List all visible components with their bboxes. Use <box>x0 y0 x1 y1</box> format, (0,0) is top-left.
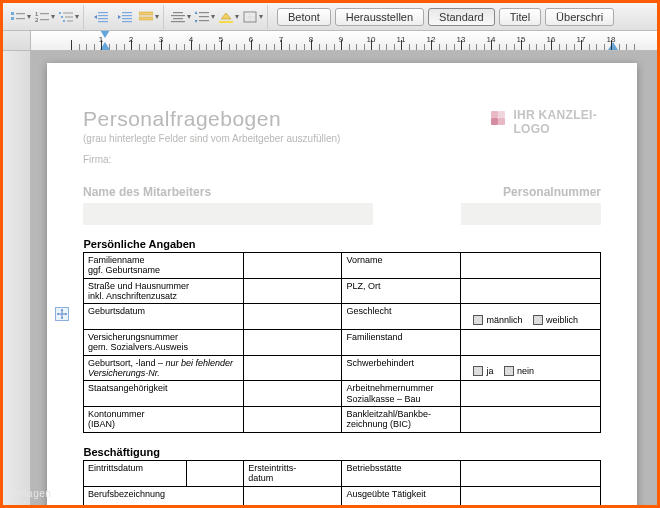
table-row: Eintrittsdatum Ersteintritts-datum Betri… <box>84 460 601 486</box>
svg-rect-2 <box>11 17 14 20</box>
svg-rect-14 <box>98 12 108 13</box>
svg-rect-8 <box>59 12 61 14</box>
svg-rect-30 <box>199 12 209 13</box>
vertical-ruler[interactable] <box>3 51 31 505</box>
svg-rect-1 <box>16 13 25 14</box>
align-group: ▾ ▾ ▾ ▾ <box>167 5 268 29</box>
table-row: Geburtsdatum Geschlecht männlich weiblic… <box>84 304 601 330</box>
personal-data-table[interactable]: Persönliche Angaben Familiennameggf. Geb… <box>83 235 601 433</box>
personnel-number-label: Personalnummer <box>503 185 601 199</box>
options-button[interactable]: ▾ <box>138 7 160 27</box>
document-canvas: IHR KANZLEI-LOGO Personalfragebogen (gra… <box>31 51 657 505</box>
svg-rect-22 <box>122 21 132 22</box>
svg-marker-39 <box>61 309 63 311</box>
svg-rect-17 <box>98 21 108 22</box>
table-row: Straße und Hausnummerinkl. Anschriftenzu… <box>84 278 601 304</box>
indent-group: ▾ <box>87 5 164 29</box>
svg-marker-18 <box>94 15 97 19</box>
svg-rect-10 <box>61 16 63 18</box>
svg-rect-25 <box>139 17 153 20</box>
svg-marker-23 <box>118 15 121 19</box>
svg-rect-11 <box>65 16 73 17</box>
svg-rect-9 <box>63 12 73 13</box>
table-row: Staatsangehörigkeit ArbeitnehmernummerSo… <box>84 381 601 407</box>
svg-marker-33 <box>195 11 198 14</box>
svg-rect-26 <box>173 12 183 13</box>
fill-color-button[interactable]: ▾ <box>218 7 240 27</box>
table-row: Versicherungsnummergem. Sozialvers.Auswe… <box>84 330 601 356</box>
style-herausstellen[interactable]: Herausstellen <box>335 8 424 26</box>
styles-gallery: Betont Herausstellen Standard Titel Über… <box>271 8 614 26</box>
personnel-number-field[interactable] <box>461 203 601 225</box>
svg-rect-19 <box>122 12 132 13</box>
employment-table[interactable]: Beschäftigung Eintrittsdatum Ersteintrit… <box>83 443 601 505</box>
formatting-toolbar: ▾ 12▾ ▾ ▾ ▾ ▾ ▾ ▾ Betont Herausstellen S… <box>3 3 657 31</box>
svg-rect-7 <box>40 19 49 20</box>
svg-rect-20 <box>122 15 132 16</box>
svg-marker-41 <box>57 313 59 315</box>
watermark: vorlagen <box>9 488 51 499</box>
svg-rect-29 <box>171 21 185 22</box>
list-group: ▾ 12▾ ▾ <box>7 5 84 29</box>
svg-rect-35 <box>219 21 233 23</box>
checkbox-female[interactable]: weiblich <box>533 315 578 325</box>
style-uberschrift[interactable]: Überschri <box>545 8 614 26</box>
increase-indent-button[interactable] <box>114 7 136 27</box>
borders-button[interactable]: ▾ <box>242 7 264 27</box>
style-titel[interactable]: Titel <box>499 8 541 26</box>
table-row: Familiennameggf. Geburtsname Vorname <box>84 253 601 279</box>
section-heading-employment: Beschäftigung <box>84 443 601 461</box>
table-row: Berufsbezeichnung Ausgeübte Tätigkeit <box>84 486 601 505</box>
checkbox-disabled-yes[interactable]: ja <box>473 366 493 376</box>
page[interactable]: IHR KANZLEI-LOGO Personalfragebogen (gra… <box>47 63 637 505</box>
style-standard[interactable]: Standard <box>428 8 495 26</box>
employee-name-label: Name des Mitarbeiters <box>83 185 211 199</box>
section-heading-personal: Persönliche Angaben <box>84 235 601 253</box>
table-anchor-handle[interactable] <box>55 307 69 321</box>
table-row: Kontonummer(IBAN) Bankleitzahl/Bankbe-ze… <box>84 407 601 433</box>
svg-marker-34 <box>195 20 198 23</box>
ruler-corner <box>3 31 31 51</box>
placeholder-logo: IHR KANZLEI-LOGO <box>491 109 597 137</box>
horizontal-ruler[interactable]: 123456789101112131415161718 <box>31 31 657 51</box>
svg-rect-31 <box>199 16 209 17</box>
numbered-list-button[interactable]: 12▾ <box>34 7 56 27</box>
style-betont[interactable]: Betont <box>277 8 331 26</box>
table-row: Geburtsort, -land – nur bei fehlender Ve… <box>84 355 601 381</box>
svg-marker-42 <box>65 313 67 315</box>
line-spacing-button[interactable]: ▾ <box>194 7 216 27</box>
svg-rect-28 <box>173 18 183 19</box>
svg-rect-13 <box>67 20 73 21</box>
svg-rect-12 <box>63 20 65 22</box>
svg-rect-16 <box>98 18 108 19</box>
svg-rect-0 <box>11 12 14 15</box>
employee-name-field[interactable] <box>83 203 373 225</box>
svg-rect-24 <box>139 12 153 15</box>
decrease-indent-button[interactable] <box>90 7 112 27</box>
checkbox-male[interactable]: männlich <box>473 315 522 325</box>
svg-rect-27 <box>171 15 185 16</box>
logo-mark-icon <box>491 111 505 125</box>
checkbox-disabled-no[interactable]: nein <box>504 366 534 376</box>
logo-text-2: LOGO <box>513 122 550 136</box>
align-button[interactable]: ▾ <box>170 7 192 27</box>
bullet-list-button[interactable]: ▾ <box>10 7 32 27</box>
svg-rect-15 <box>98 15 108 16</box>
svg-rect-32 <box>199 20 209 21</box>
company-label: Firma: <box>83 154 601 165</box>
multilevel-list-button[interactable]: ▾ <box>58 7 80 27</box>
logo-text-1: IHR KANZLEI- <box>513 108 597 122</box>
svg-rect-5 <box>40 13 49 14</box>
svg-rect-21 <box>122 18 132 19</box>
svg-text:2: 2 <box>35 17 39 23</box>
svg-rect-3 <box>16 18 25 19</box>
svg-marker-40 <box>61 317 63 319</box>
